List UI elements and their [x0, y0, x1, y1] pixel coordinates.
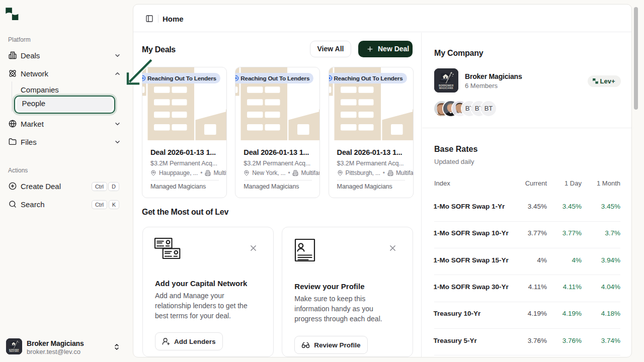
- svg-text:BORROWER: BORROWER: [439, 84, 454, 87]
- svg-text:MAGICIANS: MAGICIANS: [439, 87, 453, 89]
- svg-text:MAGICIANS: MAGICIANS: [9, 350, 19, 352]
